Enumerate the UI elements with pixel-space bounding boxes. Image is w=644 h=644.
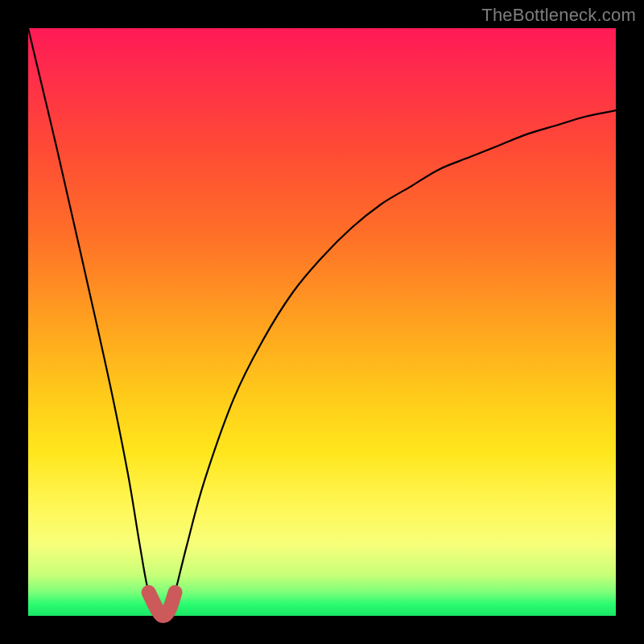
curve-layer xyxy=(28,28,616,616)
watermark-text: TheBottleneck.com xyxy=(481,5,636,26)
chart-frame: TheBottleneck.com xyxy=(0,0,644,644)
bottleneck-curve xyxy=(28,28,616,616)
sweet-spot-highlight xyxy=(149,592,175,616)
plot-area xyxy=(28,28,616,616)
